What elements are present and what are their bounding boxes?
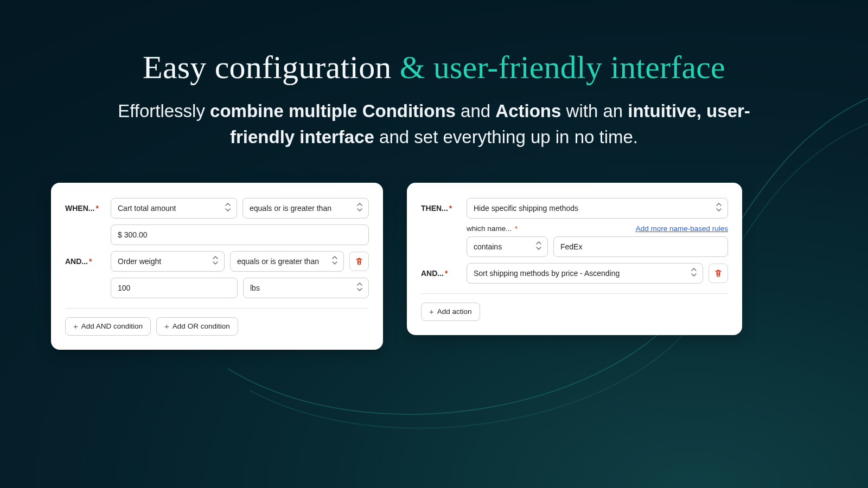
- chevron-up-down-icon: [356, 282, 363, 293]
- chevron-up-down-icon: [212, 256, 219, 266]
- plus-icon: +: [429, 307, 434, 316]
- title-part-2: user-friendly interface: [433, 49, 725, 85]
- hero-section: Easy configuration & user-friendly inter…: [0, 0, 868, 150]
- chevron-up-down-icon: [535, 241, 542, 252]
- add-action-button[interactable]: + Add action: [421, 303, 480, 321]
- chevron-up-down-icon: [331, 256, 338, 266]
- when-label: WHEN...*: [65, 204, 105, 213]
- chevron-up-down-icon: [225, 203, 231, 213]
- condition-field-select[interactable]: Cart total amount: [111, 198, 237, 219]
- divider: [421, 293, 728, 294]
- add-name-rules-link[interactable]: Add more name-based rules: [636, 224, 728, 233]
- chevron-up-down-icon: [356, 203, 363, 213]
- action-select[interactable]: Hide specific shipping methods: [467, 198, 728, 219]
- required-asterisk: *: [89, 257, 92, 266]
- required-asterisk: *: [445, 269, 448, 278]
- trash-icon: [714, 269, 723, 278]
- delete-action-button[interactable]: [709, 264, 728, 283]
- condition-unit-select[interactable]: lbs: [243, 278, 369, 298]
- action-select[interactable]: Sort shipping methods by price - Ascendi…: [467, 263, 703, 284]
- page-subtitle: Effortlessly combine multiple Conditions…: [92, 98, 776, 150]
- name-operator-select[interactable]: contains: [467, 236, 548, 257]
- chevron-up-down-icon: [691, 268, 697, 278]
- and-label: AND...*: [65, 257, 105, 266]
- required-asterisk: *: [515, 224, 518, 233]
- trash-icon: [355, 257, 363, 266]
- condition-field-select[interactable]: Order weight: [111, 251, 225, 272]
- divider: [65, 308, 369, 309]
- plus-icon: +: [73, 322, 78, 330]
- actions-card: THEN...* Hide specific shipping methods …: [407, 183, 742, 335]
- which-name-label: which name... *: [467, 224, 518, 233]
- add-or-condition-button[interactable]: + Add OR condition: [156, 317, 238, 336]
- plus-icon: +: [164, 322, 169, 330]
- title-part-1: Easy configuration: [143, 49, 391, 85]
- chevron-up-down-icon: [716, 203, 722, 213]
- page-title: Easy configuration & user-friendly inter…: [0, 49, 868, 86]
- title-amp: &: [392, 49, 433, 85]
- add-and-condition-button[interactable]: + Add AND condition: [65, 317, 151, 336]
- required-asterisk: *: [95, 204, 98, 213]
- condition-operator-select[interactable]: equals or is greater than: [230, 251, 344, 272]
- condition-value-input[interactable]: 100: [111, 278, 238, 298]
- condition-operator-select[interactable]: equals or is greater than: [242, 198, 369, 219]
- then-label: THEN...*: [421, 204, 461, 213]
- condition-value-input[interactable]: $ 300.00: [111, 224, 369, 245]
- name-value-input[interactable]: FedEx: [553, 236, 728, 257]
- delete-condition-button[interactable]: [349, 252, 369, 271]
- conditions-card: WHEN...* Cart total amount equals or is …: [51, 183, 383, 350]
- and-label: AND...*: [421, 269, 461, 278]
- required-asterisk: *: [449, 204, 452, 213]
